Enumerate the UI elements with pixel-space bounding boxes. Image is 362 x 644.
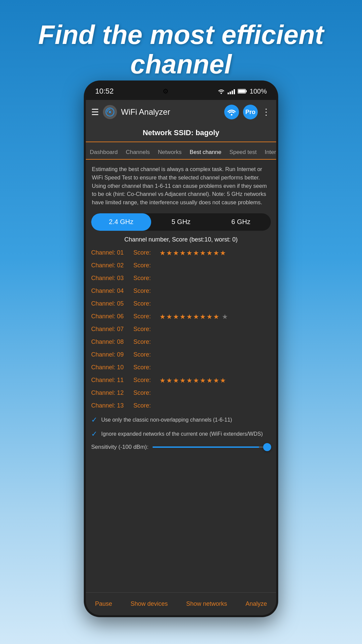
channel-name: Channel: 01 <box>91 249 131 256</box>
tab-internet[interactable]: Internet <box>261 146 276 159</box>
channel-stars: ★★★★★★★★★★ <box>160 376 227 384</box>
channel-row: Channel: 01 Score: ★★★★★★★★★★ <box>91 247 271 259</box>
channel-score-label: Score: <box>133 351 158 358</box>
checkbox-1-icon: ✓ <box>91 416 97 424</box>
bottom-nav-show-devices[interactable]: Show devices <box>125 598 173 610</box>
channel-score-label: Score: <box>133 313 158 320</box>
channel-row: Channel: 07 Score: <box>91 323 271 336</box>
sensitivity-label: Sensitivity (-100 dBm): <box>91 444 148 450</box>
status-time: 10:52 <box>95 87 114 96</box>
channel-name: Channel: 06 <box>91 313 131 320</box>
channel-row: Channel: 11 Score: ★★★★★★★★★★ <box>91 374 271 387</box>
channel-row: Channel: 06 Score: ★★★★★★★★★★ <box>91 310 271 323</box>
phone-inner: 10:52 ⚙ <box>86 83 276 615</box>
channel-name: Channel: 13 <box>91 402 131 409</box>
channel-score-label: Score: <box>133 389 158 396</box>
checkbox-row-1[interactable]: ✓ Use only the classic non-overlapping c… <box>86 412 276 426</box>
signal-icon <box>228 88 235 94</box>
checkbox-2-icon: ✓ <box>91 430 97 438</box>
sensitivity-row: Sensitivity (-100 dBm): <box>86 440 276 456</box>
bottom-nav: Pause Show devices Show networks Analyze <box>86 592 276 615</box>
channel-score-label: Score: <box>133 249 158 256</box>
checkbox-1-text: Use only the classic non-overlapping cha… <box>101 417 232 423</box>
channel-score-label: Score: <box>133 326 158 333</box>
channel-name: Channel: 09 <box>91 351 131 358</box>
svg-point-6 <box>231 114 233 116</box>
wifi-icon <box>218 89 225 94</box>
status-icons: 100% <box>218 88 267 95</box>
phone-wrapper: 10:52 ⚙ <box>84 80 278 617</box>
battery-icon <box>238 89 247 94</box>
app-logo <box>103 105 117 119</box>
wlan-badge[interactable] <box>224 105 239 119</box>
channel-name: Channel: 05 <box>91 300 131 307</box>
freq-selector: 2.4 GHz 5 GHz 6 GHz <box>91 213 271 231</box>
tabs-bar: Dashboard Channels Networks Best channe … <box>86 142 276 160</box>
channel-list: Channel: 01 Score: ★★★★★★★★★★ Channel: 0… <box>86 247 276 412</box>
svg-point-0 <box>221 93 222 94</box>
channel-stars: ★★★★★★★★★ <box>160 313 220 321</box>
channel-row: Channel: 08 Score: <box>91 336 271 348</box>
info-text: Estimating the best channel is always a … <box>86 160 276 211</box>
channel-row: Channel: 10 Score: <box>91 361 271 374</box>
svg-rect-3 <box>238 90 245 93</box>
channel-row: Channel: 12 Score: <box>91 387 271 399</box>
channel-score-label: Score: <box>133 364 158 371</box>
channel-row: Channel: 13 Score: <box>91 399 271 412</box>
checkbox-2-text: Ignore expanded networks of the current … <box>101 431 263 437</box>
slider-thumb[interactable] <box>263 443 271 451</box>
channel-name: Channel: 02 <box>91 262 131 269</box>
phone-shell: 10:52 ⚙ <box>84 80 278 617</box>
channel-score-label: Score: <box>133 377 158 384</box>
channel-score-label: Score: <box>133 402 158 409</box>
bottom-nav-show-networks[interactable]: Show networks <box>181 598 232 610</box>
app-title: WiFi Analyzer <box>121 107 220 117</box>
channel-row: Channel: 02 Score: <box>91 259 271 272</box>
tab-dashboard[interactable]: Dashboard <box>86 146 122 159</box>
sensitivity-slider[interactable] <box>153 446 271 448</box>
tab-channels[interactable]: Channels <box>122 146 154 159</box>
score-label: Channel number, Score (best:10, worst: 0… <box>86 235 276 247</box>
slider-fill <box>153 446 259 448</box>
hamburger-icon[interactable]: ☰ <box>91 107 99 117</box>
channel-stars: ★★★★★★★★★★ <box>160 249 227 257</box>
channel-score-label: Score: <box>133 275 158 282</box>
tab-speed-test[interactable]: Speed test <box>225 146 260 159</box>
channel-name: Channel: 10 <box>91 364 131 371</box>
bottom-nav-analyze[interactable]: Analyze <box>240 598 272 610</box>
channel-row: Channel: 09 Score: <box>91 348 271 361</box>
svg-point-5 <box>109 111 111 113</box>
channel-name: Channel: 04 <box>91 287 131 294</box>
network-ssid-bar: Network SSID: bagoly <box>86 124 276 142</box>
bottom-nav-pause[interactable]: Pause <box>89 598 117 610</box>
channel-row: Channel: 03 Score: <box>91 272 271 285</box>
channel-row: Channel: 04 Score: <box>91 285 271 298</box>
status-bar: 10:52 ⚙ <box>86 83 276 100</box>
hero-title: Find the most efficient channel <box>0 0 362 93</box>
settings-icon: ⚙ <box>163 87 169 95</box>
pro-badge[interactable]: Pro <box>243 105 258 119</box>
channel-score-label: Score: <box>133 287 158 294</box>
more-options-icon[interactable]: ⋮ <box>262 107 271 117</box>
channel-name: Channel: 07 <box>91 326 131 333</box>
channel-name: Channel: 08 <box>91 338 131 345</box>
battery-percent: 100% <box>250 88 267 95</box>
channel-score-label: Score: <box>133 338 158 345</box>
network-ssid-text: Network SSID: bagoly <box>143 128 220 137</box>
tab-networks[interactable]: Networks <box>154 146 186 159</box>
channel-name: Channel: 12 <box>91 389 131 396</box>
svg-rect-2 <box>246 90 247 92</box>
freq-6ghz[interactable]: 6 GHz <box>211 213 271 231</box>
channel-row: Channel: 05 Score: <box>91 298 271 310</box>
hero-section: Find the most efficient channel <box>0 0 362 93</box>
channel-score-label: Score: <box>133 262 158 269</box>
freq-5ghz[interactable]: 5 GHz <box>151 213 211 231</box>
content-area: Estimating the best channel is always a … <box>86 160 276 592</box>
tab-best-channel[interactable]: Best channe <box>186 146 226 160</box>
checkbox-row-2[interactable]: ✓ Ignore expanded networks of the curren… <box>86 426 276 440</box>
channel-name: Channel: 11 <box>91 377 131 384</box>
freq-2-4ghz[interactable]: 2.4 GHz <box>91 213 151 231</box>
channel-name: Channel: 03 <box>91 275 131 282</box>
app-bar: ☰ WiFi Analyzer <box>86 100 276 124</box>
channel-score-label: Score: <box>133 300 158 307</box>
